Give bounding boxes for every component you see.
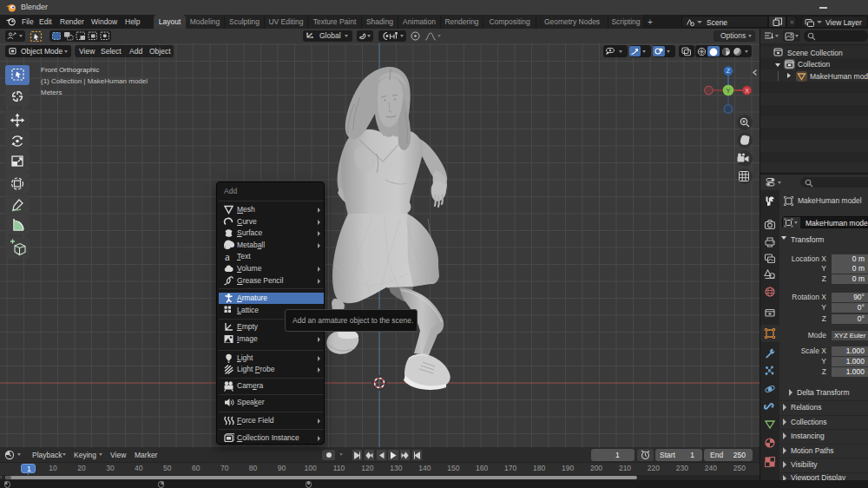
svg-text:Y: Y: [726, 87, 730, 95]
svg-text:a: a: [225, 251, 230, 262]
svg-text:Z: Z: [727, 68, 731, 74]
svg-text:X: X: [745, 88, 749, 94]
